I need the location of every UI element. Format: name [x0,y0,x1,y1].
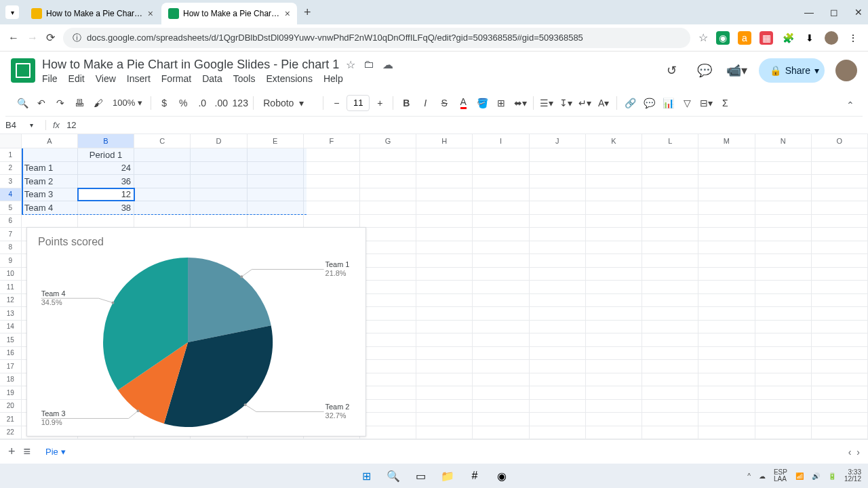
cell-J14[interactable] [530,321,586,333]
cell-M6[interactable] [698,215,755,228]
browser-tab-2-active[interactable]: How to Make a Pie Chart in Go... × [161,3,297,24]
cell-O19[interactable] [812,386,868,399]
cell-D5[interactable] [191,201,247,214]
cell-L14[interactable] [642,321,698,333]
cell-H21[interactable] [416,413,473,426]
cell-H6[interactable] [416,215,473,228]
column-header-C[interactable]: C [134,134,191,148]
cell-J7[interactable] [530,228,586,241]
cell-B2[interactable]: 24 [78,162,134,175]
cell-N13[interactable] [755,307,812,320]
borders-icon[interactable]: ⊞ [492,94,510,112]
cell-L17[interactable] [642,360,698,373]
cell-D2[interactable] [191,162,247,175]
cell-D3[interactable] [191,175,247,188]
cell-G19[interactable] [360,386,416,399]
cell-G20[interactable] [360,400,416,413]
cell-H11[interactable] [416,281,473,293]
cell-M8[interactable] [698,241,755,254]
cell-G17[interactable] [360,360,416,373]
cell-L11[interactable] [642,281,698,293]
cell-K22[interactable] [586,426,642,439]
site-info-icon[interactable]: ⓘ [73,32,81,44]
zoom-select[interactable]: 100% ▾ [108,98,146,108]
cell-K1[interactable] [586,148,642,161]
cell-G13[interactable] [360,307,416,320]
cell-N14[interactable] [755,321,812,333]
cell-O16[interactable] [812,347,868,360]
text-rotation-icon[interactable]: A▾ [595,94,612,112]
column-header-G[interactable]: G [360,134,416,148]
text-wrap-icon[interactable]: ↵▾ [576,94,593,112]
cell-F6[interactable] [304,215,360,228]
cell-K11[interactable] [586,281,642,293]
reload-button[interactable]: ⟳ [46,31,55,44]
row-header[interactable]: 6 [0,215,22,228]
cell-N11[interactable] [755,281,812,293]
comments-icon[interactable]: 💬 [694,60,715,81]
italic-icon[interactable]: I [416,94,434,112]
cell-N10[interactable] [755,268,812,281]
document-title[interactable]: How to Make a Pie Chart in Google Slides… [42,58,339,72]
row-header[interactable]: 22 [0,426,22,439]
cell-K5[interactable] [586,201,642,214]
extension-icon[interactable]: ▦ [760,31,773,45]
cell-N17[interactable] [755,360,812,373]
cell-K9[interactable] [586,254,642,267]
cell-I12[interactable] [473,294,529,307]
cell-G21[interactable] [360,413,416,426]
cell-G12[interactable] [360,294,416,307]
cell-C2[interactable] [134,162,191,175]
cell-M4[interactable] [698,188,755,201]
cell-J21[interactable] [530,413,586,426]
cell-N18[interactable] [755,373,812,386]
merge-cells-icon[interactable]: ⬌▾ [511,94,529,112]
collapse-toolbar-icon[interactable]: ⌃ [846,100,854,110]
cell-G18[interactable] [360,373,416,386]
insert-chart-icon[interactable]: 📊 [659,94,677,112]
cell-E5[interactable] [248,201,304,214]
cell-M18[interactable] [698,373,755,386]
row-header[interactable]: 7 [0,228,22,241]
row-header[interactable]: 17 [0,360,22,373]
cell-M3[interactable] [698,175,755,188]
cell-B5[interactable]: 38 [78,201,134,214]
cell-M16[interactable] [698,347,755,360]
cell-H20[interactable] [416,400,473,413]
cell-H18[interactable] [416,373,473,386]
horizontal-align-icon[interactable]: ☰▾ [538,94,555,112]
cell-M22[interactable] [698,426,755,439]
cell-A4[interactable]: Team 3 [22,188,78,201]
cell-K12[interactable] [586,294,642,307]
cell-H10[interactable] [416,268,473,281]
currency-icon[interactable]: $ [155,94,173,112]
cell-H4[interactable] [416,188,473,201]
cell-I13[interactable] [473,307,529,320]
column-header-F[interactable]: F [304,134,360,148]
cell-A1[interactable] [22,148,78,161]
cell-G7[interactable] [360,228,416,241]
cell-C5[interactable] [134,201,191,214]
cell-J1[interactable] [530,148,586,161]
cell-N7[interactable] [755,228,812,241]
cell-H16[interactable] [416,347,473,360]
cell-O15[interactable] [812,333,868,346]
cell-M21[interactable] [698,413,755,426]
cell-O2[interactable] [812,162,868,175]
cell-J17[interactable] [530,360,586,373]
cell-O13[interactable] [812,307,868,320]
cell-F5[interactable] [304,201,360,214]
cell-I4[interactable] [473,188,529,201]
chrome-menu-icon[interactable]: ⋮ [846,31,860,45]
row-header[interactable]: 4 [0,188,22,201]
cell-I2[interactable] [473,162,529,175]
more-formats-icon[interactable]: 123 [231,94,249,112]
cell-I22[interactable] [473,426,529,439]
cell-L9[interactable] [642,254,698,267]
cell-M13[interactable] [698,307,755,320]
cell-A2[interactable]: Team 1 [22,162,78,175]
cell-L19[interactable] [642,386,698,399]
cell-H3[interactable] [416,175,473,188]
menu-file[interactable]: File [42,73,58,84]
cell-N8[interactable] [755,241,812,254]
